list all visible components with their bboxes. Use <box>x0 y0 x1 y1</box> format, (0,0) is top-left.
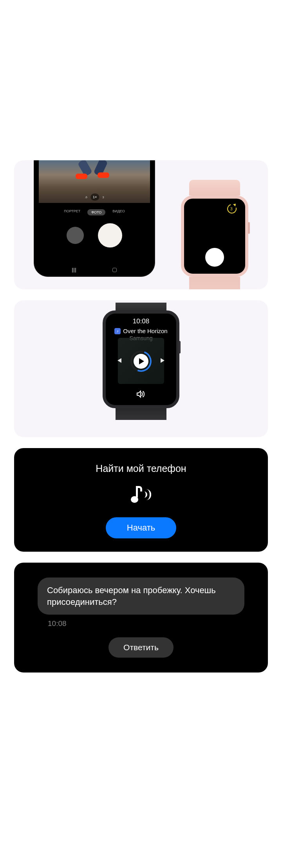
mode-video[interactable]: ВИДЕО <box>112 209 125 215</box>
find-phone-icon <box>128 485 154 505</box>
music-control-card: 10:08 ♪ Over the Horizon Samsung <box>14 300 268 437</box>
find-phone-card: Найти мой телефон Начать <box>14 448 268 552</box>
find-phone-title: Найти мой телефон <box>22 463 260 474</box>
message-card: Собираюсь вечером на пробежку. Хочешь пр… <box>14 563 268 673</box>
track-title: Over the Horizon <box>123 328 167 334</box>
timer-icon[interactable]: 3 <box>227 204 238 215</box>
watch-shutter-button[interactable] <box>205 248 224 267</box>
previous-track-icon[interactable] <box>116 357 123 366</box>
watch-mockup-pink: 3 <box>181 180 248 289</box>
reply-button[interactable]: Ответить <box>108 637 174 658</box>
gallery-thumbnail[interactable] <box>67 227 84 244</box>
watch-time: 10:08 <box>106 317 176 325</box>
watch-mockup-dark: 10:08 ♪ Over the Horizon Samsung <box>103 303 179 437</box>
phone-mockup: .6 1× 3 ПОРТРЕТ ФОТО ВИДЕО <box>34 160 155 277</box>
next-track-icon[interactable] <box>159 357 166 366</box>
recents-icon[interactable] <box>72 268 76 273</box>
message-time: 10:08 <box>48 619 258 628</box>
start-button[interactable]: Начать <box>106 517 176 538</box>
phone-shutter-button[interactable] <box>98 223 122 247</box>
play-button[interactable] <box>130 351 152 372</box>
mode-portrait[interactable]: ПОРТРЕТ <box>64 209 80 215</box>
camera-viewfinder: .6 1× 3 <box>39 160 150 203</box>
zoom-controls: .6 1× 3 <box>85 194 104 201</box>
phone-nav-bar <box>34 268 155 273</box>
music-app-icon: ♪ <box>114 328 121 334</box>
camera-control-card: .6 1× 3 ПОРТРЕТ ФОТО ВИДЕО 3 <box>14 160 268 289</box>
zoom-wide[interactable]: .6 <box>85 195 87 199</box>
mode-photo[interactable]: ФОТО <box>87 209 105 215</box>
zoom-selected[interactable]: 1× <box>90 194 99 201</box>
message-bubble: Собираюсь вечером на пробежку. Хочешь пр… <box>38 577 244 615</box>
home-icon[interactable] <box>112 268 117 272</box>
zoom-tele[interactable]: 3 <box>102 195 104 199</box>
volume-icon[interactable] <box>136 390 146 400</box>
camera-mode-selector: ПОРТРЕТ ФОТО ВИДЕО <box>39 203 150 219</box>
timer-value: 3 <box>230 207 233 211</box>
